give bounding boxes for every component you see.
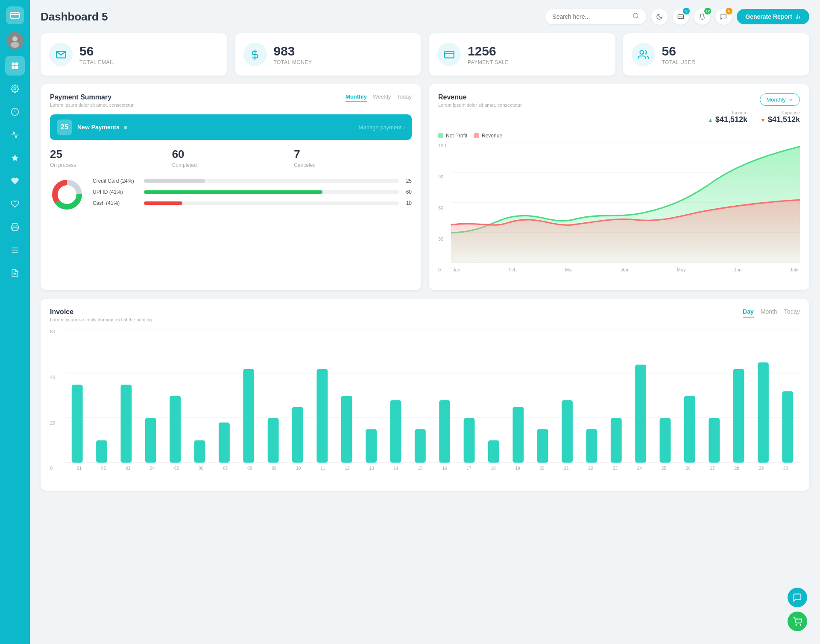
invoice-x-labels: 0102030405060708091011121314151617181920… bbox=[65, 466, 800, 471]
bar-x-label: 07 bbox=[223, 466, 228, 471]
svg-rect-61 bbox=[488, 440, 499, 463]
header: Dashboard 5 2 bbox=[41, 9, 809, 25]
svg-rect-66 bbox=[611, 418, 622, 463]
legend-revenue: Revenue bbox=[474, 133, 502, 139]
manage-payment-link[interactable]: Manage payment › bbox=[359, 124, 405, 131]
svg-rect-70 bbox=[709, 418, 720, 463]
svg-point-34 bbox=[58, 185, 76, 204]
income-expense: Income ▲ $41,512k Expense ▼ $41,512k bbox=[708, 110, 800, 124]
cart-float-button[interactable] bbox=[788, 612, 807, 631]
canceled-number: 7 bbox=[294, 148, 412, 161]
svg-rect-63 bbox=[537, 429, 548, 463]
svg-line-20 bbox=[637, 17, 638, 18]
legend-netprofit: Net Profit bbox=[438, 133, 467, 139]
svg-point-8 bbox=[14, 88, 16, 90]
generate-report-button[interactable]: Generate Report bbox=[737, 9, 809, 24]
avatar[interactable] bbox=[6, 32, 23, 49]
email-icon bbox=[49, 43, 73, 66]
bar-x-label: 23 bbox=[613, 466, 618, 471]
sidebar-logo[interactable] bbox=[6, 6, 24, 24]
support-float-button[interactable] bbox=[788, 588, 807, 607]
sidebar-item-menu[interactable] bbox=[5, 240, 25, 260]
svg-rect-57 bbox=[390, 400, 401, 463]
invoice-tab-month[interactable]: Month bbox=[761, 308, 777, 318]
svg-rect-68 bbox=[660, 418, 671, 463]
sidebar-item-analytics[interactable] bbox=[5, 125, 25, 145]
tab-weekly[interactable]: Weekly bbox=[373, 93, 391, 102]
wallet-button[interactable]: 2 bbox=[673, 9, 689, 25]
search-input[interactable] bbox=[552, 13, 629, 20]
invoice-svg bbox=[65, 329, 800, 463]
middle-row: Payment Summary Lorem ipsum dolor sit am… bbox=[41, 84, 809, 290]
bar-x-label: 13 bbox=[369, 466, 374, 471]
bar-x-label: 14 bbox=[393, 466, 398, 471]
invoice-y-labels: 60 40 20 0 bbox=[50, 329, 55, 471]
bar-x-label: 03 bbox=[126, 466, 130, 471]
sidebar-item-star[interactable] bbox=[5, 148, 25, 168]
bar-x-label: 12 bbox=[345, 466, 349, 471]
notification-button[interactable]: 12 bbox=[694, 9, 710, 25]
pm-upi-label: UPI ID (41%) bbox=[93, 189, 140, 195]
money-icon bbox=[243, 43, 267, 66]
sidebar-item-love[interactable] bbox=[5, 194, 25, 214]
sidebar-item-favorites[interactable] bbox=[5, 171, 25, 191]
completed-label: Completed bbox=[172, 162, 290, 168]
revenue-title: Revenue bbox=[438, 93, 522, 101]
notification-badge: 12 bbox=[704, 8, 711, 15]
sidebar-item-dashboard[interactable] bbox=[5, 56, 25, 76]
svg-rect-48 bbox=[170, 396, 181, 463]
svg-rect-5 bbox=[15, 63, 18, 66]
svg-rect-21 bbox=[678, 15, 684, 18]
stat-card-email: 56 TOTAL EMAIL bbox=[41, 33, 227, 76]
svg-point-2 bbox=[12, 36, 18, 41]
chat-badge: 5 bbox=[726, 8, 732, 15]
expense-block: Expense ▼ $41,512k bbox=[760, 110, 800, 124]
stat-card-payment: 1256 PAYMENT SALE bbox=[429, 33, 615, 76]
svg-rect-69 bbox=[684, 396, 695, 463]
income-arrow-icon: ▲ bbox=[708, 117, 713, 123]
header-right: 2 12 5 Generate Report bbox=[545, 9, 809, 25]
theme-toggle-button[interactable] bbox=[651, 9, 668, 25]
bar-x-label: 01 bbox=[77, 466, 82, 471]
invoice-header: Invoice Lorem ipsum is simply dummy text… bbox=[50, 308, 800, 322]
search-icon bbox=[633, 12, 639, 21]
sidebar-item-docs[interactable] bbox=[5, 263, 25, 283]
stat-payment-info: 1256 PAYMENT SALE bbox=[468, 44, 509, 65]
float-buttons bbox=[788, 588, 807, 631]
bar-x-label: 15 bbox=[418, 466, 422, 471]
tab-today[interactable]: Today bbox=[397, 93, 412, 102]
svg-rect-64 bbox=[562, 400, 573, 463]
svg-rect-54 bbox=[316, 369, 328, 463]
svg-point-74 bbox=[796, 624, 797, 625]
svg-rect-44 bbox=[72, 385, 83, 463]
invoice-tab-today[interactable]: Today bbox=[784, 308, 800, 318]
svg-rect-55 bbox=[341, 396, 352, 463]
tab-monthly[interactable]: Monthly bbox=[346, 93, 367, 102]
svg-rect-60 bbox=[464, 418, 475, 463]
invoice-subtitle: Lorem ipsum is simply dummy text of the … bbox=[50, 317, 152, 322]
invoice-card: Invoice Lorem ipsum is simply dummy text… bbox=[41, 299, 809, 491]
svg-rect-46 bbox=[121, 385, 132, 463]
svg-rect-67 bbox=[635, 365, 646, 463]
svg-rect-62 bbox=[512, 407, 524, 463]
bar-x-label: 11 bbox=[320, 466, 325, 471]
chat-button[interactable]: 5 bbox=[715, 9, 732, 25]
sidebar-item-print[interactable] bbox=[5, 217, 25, 237]
payment-summary-titles: Payment Summary Lorem ipsum dolor sit am… bbox=[50, 93, 134, 108]
payment-summary-header: Payment Summary Lorem ipsum dolor sit am… bbox=[50, 93, 412, 108]
sidebar-item-settings[interactable] bbox=[5, 79, 25, 99]
svg-marker-12 bbox=[12, 154, 19, 161]
invoice-tab-day[interactable]: Day bbox=[743, 308, 754, 318]
main-content: Dashboard 5 2 bbox=[30, 0, 820, 644]
svg-rect-0 bbox=[11, 12, 19, 18]
revenue-monthly-btn[interactable]: Monthly bbox=[760, 93, 800, 106]
revenue-card: Revenue Lorem ipsum dolor sit amet, cons… bbox=[429, 84, 809, 290]
pm-cash-bar-wrap bbox=[144, 201, 399, 205]
revenue-legend: Net Profit Revenue bbox=[438, 133, 800, 139]
svg-rect-6 bbox=[12, 66, 15, 69]
pm-row-upi: UPI ID (41%) 60 bbox=[93, 189, 412, 195]
sidebar-item-info[interactable] bbox=[5, 102, 25, 122]
svg-point-75 bbox=[800, 624, 801, 625]
stat-payment-number: 1256 bbox=[468, 44, 509, 58]
user-icon bbox=[632, 43, 655, 66]
